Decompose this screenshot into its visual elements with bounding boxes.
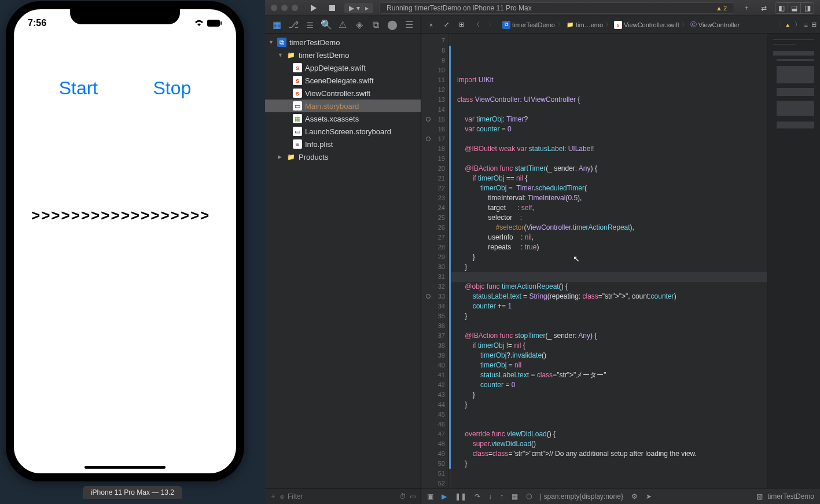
editor-options-icon[interactable]: ≡ (804, 21, 808, 28)
step-over-icon[interactable]: ↷ (475, 492, 480, 501)
assets-file-icon: ▦ (293, 114, 302, 123)
warnings-count: 2 (723, 5, 727, 12)
swift-file-icon: s (293, 76, 302, 85)
breakpoint-navigator-icon[interactable]: ⬤ (387, 19, 398, 31)
destination-chevron-icon: ▸ (365, 4, 369, 12)
next-issue-icon[interactable]: 〉 (795, 20, 801, 29)
tree-label: ViewController.swift (305, 89, 370, 98)
jump-bar: × ⤢ ⊞ 〈 〉 ⧉ timerTestDemo 〉 📁 tim…emo (421, 16, 820, 34)
toggle-debug-area-icon[interactable]: ⬓ (788, 3, 801, 13)
project-navigator-icon[interactable]: ▦ (271, 19, 282, 31)
warning-icon[interactable]: ▲ (785, 21, 791, 28)
xcode-toolbar: ▶ ▾ ▸ Running timerTestDemo on iPhone 11… (265, 0, 820, 16)
disclosure-triangle-icon[interactable]: ▼ (269, 39, 274, 45)
toggle-navigator-icon[interactable]: ◧ (775, 3, 788, 13)
focus-editor-icon[interactable]: ⤢ (440, 20, 453, 30)
folder-icon: 📁 (286, 50, 296, 60)
toggle-debug-console-icon[interactable]: ▣ (427, 492, 433, 501)
debug-bar: ▣ ▶ ❚❚ ↷ ↓ ↑ ▦ ⬡| span:empty{display:non… (421, 488, 820, 504)
test-navigator-icon[interactable]: ◈ (354, 19, 365, 31)
memory-graph-icon[interactable]: ⬡ (526, 492, 532, 501)
simulate-location-icon[interactable]: ➤ (646, 492, 652, 501)
jumpbar-file[interactable]: s ViewController.swift (614, 21, 679, 29)
navigator-tabs: ▦ ⎇ ≣ 🔍 ⚠ ◈ ⧉ ⬤ ☰ (265, 16, 421, 34)
tree-label: LaunchScreen.storyboard (305, 127, 391, 136)
editor-area: × ⤢ ⊞ 〈 〉 ⧉ timerTestDemo 〉 📁 tim…emo (421, 16, 820, 504)
tree-label: SceneDelegate.swift (305, 76, 374, 85)
window-traffic-lights[interactable] (271, 5, 298, 11)
close-tab-icon[interactable]: × (425, 20, 437, 30)
stop-button[interactable]: Stop (153, 78, 192, 99)
chevron-right-icon: 〉 (682, 20, 688, 29)
app-content: Start Stop >>>>>>>>>>>>>>>>>> (14, 31, 236, 225)
related-items-icon[interactable]: ⊞ (455, 20, 468, 30)
svg-rect-0 (207, 20, 220, 27)
warnings-badge[interactable]: ▲ 2 (716, 5, 727, 12)
prev-issue-icon[interactable]: 〈 (775, 20, 781, 29)
debug-navigator-icon[interactable]: ⧉ (370, 19, 382, 31)
scm-filter-icon[interactable]: ▭ (410, 492, 416, 501)
pause-continue-icon[interactable]: ❚❚ (455, 492, 466, 501)
add-icon[interactable]: ＋ (270, 491, 277, 501)
tree-file[interactable]: ≡ Info.plist (265, 138, 421, 150)
chevron-down-icon: ▾ (356, 4, 360, 12)
report-navigator-icon[interactable]: ☰ (403, 19, 415, 31)
svg-marker-2 (311, 5, 317, 12)
symbol-navigator-icon[interactable]: ≣ (304, 19, 315, 31)
folder-icon: 📁 (566, 21, 574, 29)
recent-filter-icon[interactable]: ⏱ (399, 492, 406, 501)
tree-file-selected[interactable]: ▭ Main.storyboard (265, 100, 421, 112)
jumpbar-label: tim…emo (576, 21, 603, 28)
minimize-window-icon[interactable] (281, 5, 288, 11)
step-into-icon[interactable]: ↓ (488, 492, 492, 501)
tree-label: timerTestDemo (299, 51, 349, 60)
toggle-inspector-icon[interactable]: ◨ (801, 3, 814, 13)
zoom-window-icon[interactable] (292, 5, 298, 11)
jumpbar-symbol[interactable]: Ⓒ ViewController (690, 20, 740, 29)
tree-group[interactable]: ▼ 📁 timerTestDemo (265, 49, 421, 61)
filter-input[interactable] (288, 492, 396, 501)
source-code-view[interactable]: import UIKit class ViewController: UIVie… (451, 34, 767, 488)
plist-file-icon: ≡ (293, 139, 302, 149)
source-control-navigator-icon[interactable]: ⎇ (288, 19, 299, 31)
view-debug-icon[interactable]: ▦ (512, 492, 518, 501)
tree-file[interactable]: s SceneDelegate.swift (265, 74, 421, 87)
find-navigator-icon[interactable]: 🔍 (321, 19, 332, 31)
disclosure-triangle-icon[interactable]: ▶ (278, 154, 284, 160)
run-button[interactable] (307, 3, 320, 13)
tree-group[interactable]: ▶ 📁 Products (265, 150, 421, 163)
issue-navigator-icon[interactable]: ⚠ (337, 19, 348, 31)
code-review-button[interactable]: ⇄ (758, 3, 770, 13)
jumpbar-label: timerTestDemo (512, 21, 555, 28)
tree-file[interactable]: s ViewController.swift (265, 87, 421, 100)
disclosure-triangle-icon[interactable]: ▼ (278, 52, 284, 58)
minimap[interactable] (767, 34, 820, 488)
navigator-filter-bar: ＋ ⌾ ⏱ ▭ (265, 488, 421, 504)
stop-button-xcode[interactable] (326, 3, 339, 13)
jumpbar-group[interactable]: 📁 tim…emo (566, 21, 603, 29)
step-out-icon[interactable]: ↑ (500, 492, 503, 501)
tree-file[interactable]: ▭ LaunchScreen.storyboard (265, 125, 421, 138)
forward-button[interactable]: 〉 (485, 20, 498, 30)
simulator-pane: 7:56 Start Stop >>>>>>>>>>>>>>>>>> (0, 0, 265, 504)
folder-icon: 📁 (286, 152, 296, 161)
jumpbar-label: ViewController (698, 21, 740, 28)
env-overrides-icon[interactable]: ⚙ (631, 492, 638, 501)
scheme-selector[interactable]: ▶ ▾ ▸ (344, 3, 373, 13)
line-gutter[interactable]: 7891011121314151617181920212223242526272… (421, 34, 449, 488)
tree-file[interactable]: s AppDelegate.swift (265, 61, 421, 74)
jumpbar-project[interactable]: ⧉ timerTestDemo (502, 21, 555, 29)
tree-label: Main.storyboard (305, 102, 359, 111)
add-editor-icon[interactable]: ⊞ (811, 21, 817, 28)
back-button[interactable]: 〈 (470, 20, 483, 30)
tree-project-root[interactable]: ▼ ⧉ timerTestDemo (265, 36, 421, 49)
ios-tray-icons (194, 20, 222, 27)
breakpoints-toggle-icon[interactable]: ▶ (442, 492, 447, 501)
close-window-icon[interactable] (271, 5, 277, 11)
project-tree[interactable]: ▼ ⧉ timerTestDemo ▼ 📁 timerTestDemo s Ap… (265, 34, 421, 488)
library-button[interactable]: ＋ (740, 3, 753, 13)
filter-icon[interactable]: ⌾ (280, 492, 284, 501)
start-button[interactable]: Start (59, 78, 98, 99)
tree-file[interactable]: ▦ Assets.xcassets (265, 112, 421, 125)
storyboard-file-icon: ▭ (293, 101, 302, 111)
